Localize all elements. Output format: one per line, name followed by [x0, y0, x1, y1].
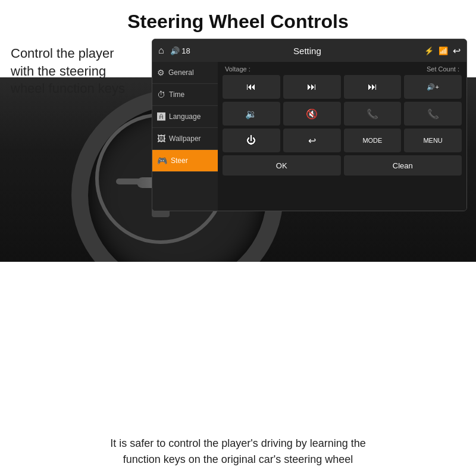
- call-end-button[interactable]: 📞: [404, 102, 462, 126]
- power-button[interactable]: ⏻: [223, 129, 280, 152]
- sidebar-item-time[interactable]: ⏱ Time: [152, 84, 218, 106]
- volume-down-button[interactable]: 🔉: [223, 102, 280, 126]
- menu-button[interactable]: MENU: [404, 129, 462, 152]
- set-count-label: Set Count :: [427, 65, 459, 73]
- language-icon: 🅰: [157, 112, 165, 121]
- setting-title: Setting: [293, 46, 321, 56]
- bottom-description: It is safer to control the player's driv…: [0, 426, 476, 476]
- signal-icon: 📶: [439, 46, 448, 55]
- back-button[interactable]: ↩: [453, 45, 461, 57]
- sidebar-item-wallpaper[interactable]: 🖼 Wallpaper: [152, 128, 218, 150]
- prev-track-button[interactable]: ⏮: [223, 75, 280, 99]
- mode-button[interactable]: MODE: [344, 129, 402, 152]
- ok-button[interactable]: OK: [223, 155, 341, 176]
- return-button[interactable]: ↩: [283, 129, 341, 152]
- settings-sidebar: ⚙ General ⏱ Time 🅰 Language 🖼 Wallpaper …: [152, 62, 218, 211]
- play-pause-button[interactable]: ⏭: [283, 75, 341, 99]
- general-icon: ⚙: [157, 68, 165, 77]
- wallpaper-icon: 🖼: [157, 134, 165, 143]
- content-area: ⚙ General ⏱ Time 🅰 Language 🖼 Wallpaper …: [152, 62, 466, 211]
- row-labels: Voltage : Set Count :: [223, 65, 462, 73]
- clean-button[interactable]: Clean: [344, 155, 462, 176]
- voltage-label: Voltage :: [225, 65, 250, 73]
- button-grid: ⏮ ⏭ ⏭ 🔊+ 🔉 🔇 📞 📞 ⏻ ↩ MODE MENU: [223, 75, 462, 152]
- action-buttons: OK Clean: [223, 155, 462, 176]
- volume-up-button[interactable]: 🔊+: [404, 75, 462, 99]
- top-bar: ⌂ 🔊 18 Setting ⚡ 📶 ↩: [152, 39, 466, 62]
- ui-screenshot-panel: ⌂ 🔊 18 Setting ⚡ 📶 ↩ ⚙ General ⏱ Time: [152, 39, 467, 211]
- steer-icon: 🎮: [157, 156, 167, 165]
- time-icon: ⏱: [157, 90, 165, 99]
- description-text: Control the player with the steering whe…: [0, 39, 143, 98]
- next-track-button[interactable]: ⏭: [344, 75, 402, 99]
- usb-icon: ⚡: [424, 46, 434, 55]
- volume-icon: 🔊 18: [170, 46, 190, 55]
- mute-button[interactable]: 🔇: [283, 102, 341, 126]
- home-icon[interactable]: ⌂: [158, 45, 164, 56]
- main-content: Voltage : Set Count : ⏮ ⏭ ⏭ 🔊+ 🔉 🔇 📞 📞 ⏻…: [218, 62, 466, 211]
- call-accept-button[interactable]: 📞: [344, 102, 402, 126]
- page-title: Steering Wheel Controls: [0, 0, 476, 39]
- sidebar-item-general[interactable]: ⚙ General: [152, 62, 218, 84]
- sidebar-item-steer[interactable]: 🎮 Steer: [152, 150, 218, 172]
- sidebar-item-language[interactable]: 🅰 Language: [152, 106, 218, 128]
